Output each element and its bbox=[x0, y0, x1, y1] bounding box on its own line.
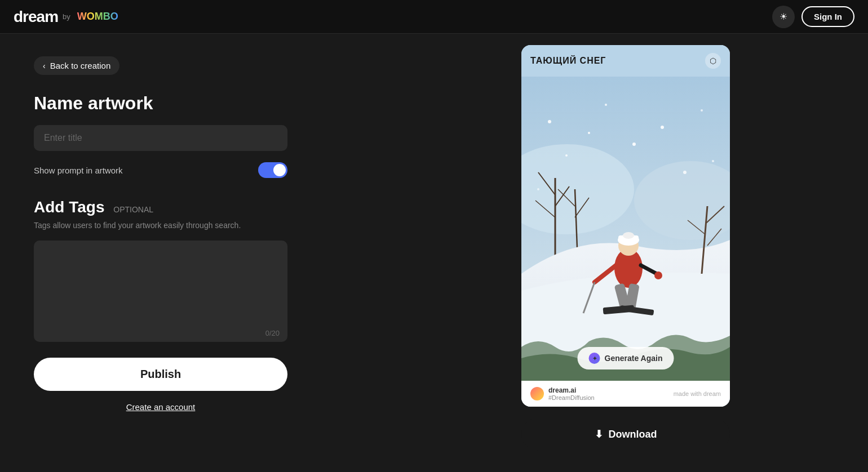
footer-left-area: dream.ai #DreamDiffusion bbox=[530, 386, 595, 401]
optional-label: OPTIONAL bbox=[113, 205, 153, 214]
footer-made-with: made with dream bbox=[674, 390, 721, 397]
logo-wombo: WOMBO bbox=[77, 11, 118, 23]
app-header: dream by WOMBO ☀ Sign In bbox=[0, 0, 868, 34]
tags-description: Tags allow users to find your artwork ea… bbox=[34, 220, 473, 231]
svg-point-18 bbox=[623, 232, 634, 239]
add-tags-title: Add Tags OPTIONAL bbox=[34, 198, 473, 216]
tags-input-container: 0/20 bbox=[34, 241, 287, 344]
svg-point-27 bbox=[548, 120, 551, 123]
header-actions: ☀ Sign In bbox=[772, 6, 854, 28]
artwork-card: ТАЮЩИЙ СНЕГ ⬡ bbox=[521, 45, 730, 407]
back-to-creation-button[interactable]: ‹ Back to creation bbox=[34, 56, 119, 75]
artwork-image-area: ✦ Generate Again bbox=[521, 77, 730, 381]
artwork-footer: dream.ai #DreamDiffusion made with dream bbox=[521, 381, 730, 407]
generate-icon: ✦ bbox=[589, 353, 600, 364]
footer-hashtag: #DreamDiffusion bbox=[548, 394, 595, 401]
generate-again-label: Generate Again bbox=[605, 354, 663, 363]
right-panel: ТАЮЩИЙ СНЕГ ⬡ bbox=[507, 34, 744, 472]
title-input[interactable] bbox=[34, 125, 287, 151]
add-tags-label: Add Tags bbox=[34, 198, 104, 216]
tags-section: Add Tags OPTIONAL Tags allow users to fi… bbox=[34, 198, 473, 344]
name-artwork-title: Name artwork bbox=[34, 93, 473, 114]
dream-logo-icon bbox=[530, 387, 544, 400]
sign-in-button[interactable]: Sign In bbox=[801, 6, 854, 27]
show-prompt-label: Show prompt in artwork bbox=[34, 166, 123, 175]
footer-site-name: dream.ai bbox=[548, 386, 595, 394]
tags-count: 0/20 bbox=[265, 329, 280, 337]
artwork-card-header: ТАЮЩИЙ СНЕГ ⬡ bbox=[521, 45, 730, 77]
svg-point-30 bbox=[701, 109, 703, 112]
svg-point-29 bbox=[661, 126, 664, 129]
svg-point-36 bbox=[588, 132, 590, 134]
logo-area: dream by WOMBO bbox=[14, 8, 118, 26]
generate-again-button[interactable]: ✦ Generate Again bbox=[578, 347, 674, 369]
svg-point-26 bbox=[654, 271, 662, 279]
svg-point-35 bbox=[683, 171, 687, 174]
logo-dream: dream bbox=[14, 8, 58, 26]
chevron-left-icon: ‹ bbox=[43, 61, 46, 70]
show-prompt-toggle[interactable] bbox=[258, 162, 287, 178]
download-section: ⬇ Download bbox=[521, 418, 730, 451]
left-panel: ‹ Back to creation Name artwork Show pro… bbox=[0, 34, 507, 472]
svg-point-28 bbox=[605, 104, 607, 106]
theme-toggle-button[interactable]: ☀ bbox=[772, 6, 795, 28]
download-button[interactable]: ⬇ Download bbox=[521, 418, 730, 451]
tags-textarea[interactable] bbox=[34, 241, 287, 342]
svg-point-31 bbox=[565, 154, 568, 157]
share-icon: ⬡ bbox=[710, 56, 716, 65]
share-icon-button[interactable]: ⬡ bbox=[705, 53, 721, 69]
svg-point-33 bbox=[712, 160, 714, 162]
svg-point-34 bbox=[537, 188, 539, 190]
download-icon: ⬇ bbox=[595, 428, 603, 440]
artwork-card-title: ТАЮЩИЙ СНЕГ bbox=[530, 56, 606, 66]
back-button-label: Back to creation bbox=[50, 61, 111, 70]
download-label: Download bbox=[609, 429, 657, 440]
logo-by-text: by bbox=[63, 12, 70, 21]
show-prompt-row: Show prompt in artwork bbox=[34, 162, 287, 178]
publish-button[interactable]: Publish bbox=[34, 358, 287, 391]
sun-icon: ☀ bbox=[780, 11, 787, 22]
create-account-link[interactable]: Create an account bbox=[34, 402, 287, 412]
main-content: ‹ Back to creation Name artwork Show pro… bbox=[0, 34, 868, 472]
footer-text-area: dream.ai #DreamDiffusion bbox=[548, 386, 595, 401]
svg-point-32 bbox=[632, 143, 636, 146]
artwork-illustration bbox=[521, 77, 730, 381]
